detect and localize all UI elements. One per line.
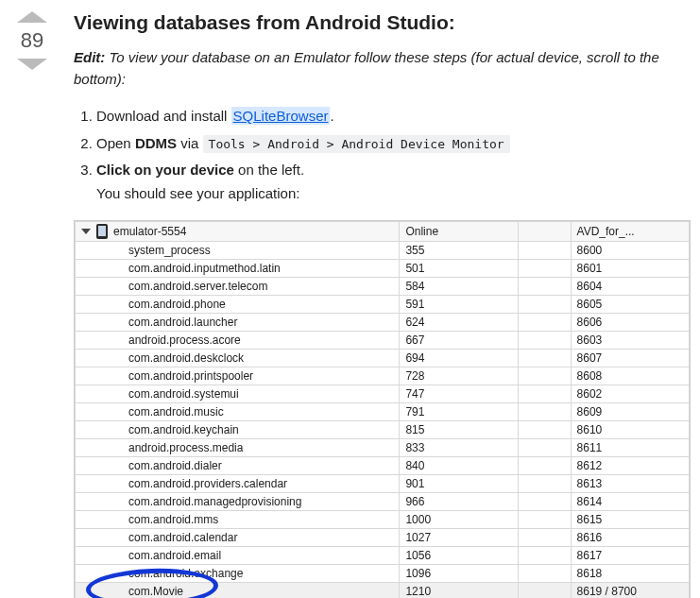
table-row[interactable]: com.android.email10568617 [76, 547, 690, 565]
step-2-bold: DDMS [135, 135, 177, 151]
process-port: 8614 [571, 493, 689, 511]
table-row[interactable]: com.android.calendar10278616 [76, 529, 690, 547]
table-row[interactable]: com.android.inputmethod.latin5018601 [76, 260, 690, 278]
process-port: 8619 / 8700 [571, 583, 689, 599]
process-port: 8617 [571, 547, 689, 565]
table-row[interactable]: com.android.deskclock6948607 [76, 350, 690, 367]
process-name: com.android.managedprovisioning [76, 493, 400, 511]
process-name: com.android.systemui [76, 385, 400, 403]
process-pid: 1000 [400, 511, 518, 529]
process-port: 8607 [571, 350, 689, 367]
process-empty [518, 242, 571, 260]
process-pid: 1056 [400, 547, 518, 565]
process-empty [518, 367, 571, 385]
process-empty [518, 314, 571, 332]
process-port: 8608 [571, 367, 689, 385]
process-name: com.android.music [76, 403, 400, 421]
answer-content: Viewing databases from Android Studio: E… [74, 11, 691, 598]
step-3-bold: Click on your device [96, 162, 234, 178]
process-pid: 728 [400, 367, 518, 385]
upvote-button[interactable] [17, 11, 47, 23]
process-empty [518, 296, 571, 314]
col-status[interactable]: Online [400, 222, 518, 242]
process-name: com.android.keychain [76, 421, 400, 439]
step-3-rest: on the left. [234, 162, 304, 178]
step-2: Open DDMS via Tools > Android > Android … [96, 130, 691, 158]
col-name[interactable]: emulator-5554 [76, 222, 400, 242]
table-row[interactable]: com.android.mms10008615 [76, 511, 690, 529]
page-title: Viewing databases from Android Studio: [74, 11, 691, 34]
table-row[interactable]: com.android.dialer8408612 [76, 457, 690, 475]
process-empty [518, 493, 571, 511]
col-empty[interactable] [518, 222, 571, 242]
process-port: 8600 [571, 242, 689, 260]
process-name: android.process.acore [76, 332, 400, 350]
process-pid: 501 [400, 260, 518, 278]
process-empty [518, 529, 571, 547]
table-body: system_process3558600com.android.inputme… [76, 242, 690, 599]
process-empty [518, 565, 571, 583]
process-name: com.android.mms [76, 511, 400, 529]
process-pid: 667 [400, 332, 518, 350]
process-name: com.android.providers.calendar [76, 475, 400, 493]
process-port: 8615 [571, 511, 689, 529]
process-empty [518, 403, 571, 421]
process-pid: 840 [400, 457, 518, 475]
process-port: 8616 [571, 529, 689, 547]
edit-label: Edit: [74, 49, 105, 65]
process-pid: 1210 [400, 583, 518, 599]
process-empty [518, 278, 571, 296]
table-row[interactable]: com.android.exchange10968618 [76, 565, 690, 583]
devices-table-wrap: emulator-5554 Online AVD_for_... system_… [74, 220, 691, 598]
process-empty [518, 457, 571, 475]
table-row[interactable]: com.android.managedprovisioning9668614 [76, 493, 690, 511]
root-device-label: emulator-5554 [113, 225, 186, 238]
process-port: 8613 [571, 475, 689, 493]
process-pid: 1096 [400, 565, 518, 583]
table-row[interactable]: android.process.acore6678603 [76, 332, 690, 350]
step-3-sub: You should see your application: [96, 180, 691, 208]
vote-count: 89 [21, 28, 43, 53]
process-empty [518, 421, 571, 439]
process-name: com.android.launcher [76, 314, 400, 332]
process-port: 8604 [571, 278, 689, 296]
sqlitebrowser-link[interactable]: SQLiteBrowser [231, 107, 331, 125]
process-empty [518, 511, 571, 529]
table-row[interactable]: com.android.keychain8158610 [76, 421, 690, 439]
process-pid: 624 [400, 314, 518, 332]
process-port: 8601 [571, 260, 689, 278]
process-pid: 901 [400, 475, 518, 493]
process-name: com.android.printspooler [76, 367, 400, 385]
table-row[interactable]: com.android.printspooler7288608 [76, 367, 690, 385]
table-row[interactable]: android.process.media8338611 [76, 439, 690, 457]
process-pid: 966 [400, 493, 518, 511]
table-row[interactable]: com.android.server.telecom5848604 [76, 278, 690, 296]
process-pid: 833 [400, 439, 518, 457]
process-pid: 1027 [400, 529, 518, 547]
table-row[interactable]: system_process3558600 [76, 242, 690, 260]
step-2-code: Tools > Android > Android Device Monitor [203, 135, 510, 153]
process-port: 8606 [571, 314, 689, 332]
process-port: 8618 [571, 565, 689, 583]
process-port: 8602 [571, 385, 689, 403]
table-row[interactable]: com.android.providers.calendar9018613 [76, 475, 690, 493]
process-empty [518, 583, 571, 599]
table-row[interactable]: com.Movie12108619 / 8700 [76, 583, 690, 599]
device-icon [96, 224, 108, 239]
step-1-post: . [330, 108, 333, 124]
process-port: 8612 [571, 457, 689, 475]
process-name: com.android.server.telecom [76, 278, 400, 296]
process-port: 8611 [571, 439, 689, 457]
process-empty [518, 547, 571, 565]
downvote-button[interactable] [17, 59, 47, 70]
col-avd[interactable]: AVD_for_... [571, 222, 689, 242]
process-name: com.Movie [76, 583, 400, 599]
process-pid: 694 [400, 350, 518, 367]
steps-list: Download and install SQLiteBrowser. Open… [74, 103, 691, 207]
table-row[interactable]: com.android.phone5918605 [76, 296, 690, 314]
step-3: Click on your device on the left. You sh… [96, 157, 691, 207]
tree-toggle-icon[interactable] [81, 229, 91, 234]
table-row[interactable]: com.android.launcher6248606 [76, 314, 690, 332]
table-row[interactable]: com.android.music7918609 [76, 403, 690, 421]
table-row[interactable]: com.android.systemui7478602 [76, 385, 690, 403]
